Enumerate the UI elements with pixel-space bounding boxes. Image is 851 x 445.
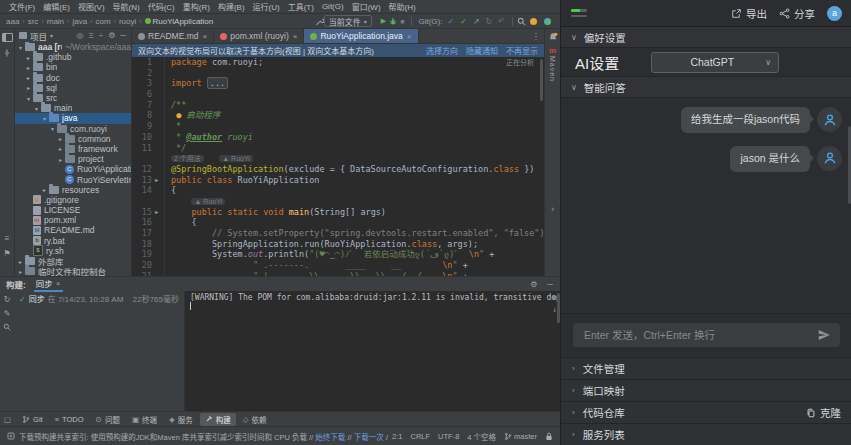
tool-window-tab-终端[interactable]: ▣终端 (127, 413, 162, 426)
tree-item[interactable]: ▸临时文件和控制台 (15, 266, 131, 276)
tree-item[interactable]: RuoYiServletInitializer (15, 174, 131, 184)
tree-item[interactable]: .gitignore (15, 195, 131, 205)
line-ending-widget[interactable]: CRLF (410, 432, 430, 441)
menu-item[interactable]: 窗口(W) (348, 1, 385, 12)
maven-tool-button[interactable]: m Maven (549, 46, 556, 82)
tree-item[interactable]: ▸resources (15, 185, 131, 195)
code-line[interactable]: 12@SpringBootApplication(exclude = { Dat… (132, 164, 544, 175)
run-gutter-icon[interactable]: ▶ (155, 207, 165, 218)
tree-chevron-icon[interactable]: ▸ (17, 258, 24, 265)
breadcrumb-leaf[interactable]: RuoYiApplication (145, 17, 214, 26)
clone-button[interactable]: 克隆 (806, 405, 841, 420)
tree-chevron-icon[interactable]: ▸ (41, 186, 48, 193)
expand-stripe-icon[interactable]: › (551, 204, 554, 214)
menu-item[interactable]: 构建(B) (214, 1, 249, 12)
code-line[interactable]: 20 " .-------. ____ __ \n" + (132, 260, 544, 271)
code-line[interactable]: 9 * (132, 121, 544, 132)
section-row[interactable]: ›代码仓库克隆 (561, 401, 851, 423)
tree-item[interactable]: ▾main (15, 103, 131, 113)
debug-button[interactable] (389, 17, 397, 26)
tree-item[interactable]: LICENSE (15, 205, 131, 215)
chat-input[interactable] (582, 328, 811, 342)
code-line[interactable]: 16 { (132, 217, 544, 228)
tree-chevron-icon[interactable]: ▾ (49, 125, 56, 132)
tree-chevron-icon[interactable]: ▾ (17, 44, 24, 51)
menu-item[interactable]: 运行(U) (249, 1, 284, 12)
code-line[interactable]: 18 SpringApplication.run(RuoYiApplicatio… (132, 239, 544, 250)
tree-item[interactable]: RuoYiApplication (15, 164, 131, 174)
menu-item[interactable]: 代码(C) (144, 1, 179, 12)
editor-scrollbar[interactable] (540, 59, 543, 101)
commit-stripe-icon[interactable] (3, 49, 11, 57)
code-line[interactable]: ▲ RuoYi (132, 196, 544, 207)
menu-item[interactable]: 导航(N) (109, 1, 144, 12)
breadcrumb-item[interactable]: main (47, 17, 64, 26)
tree-chevron-icon[interactable]: ▸ (25, 64, 32, 71)
sync-status-row[interactable]: ✓ 同步 在 7/14/23, 10:28 AM 22秒765毫秒 (19, 293, 179, 304)
tree-chevron-icon[interactable]: ▾ (41, 115, 48, 122)
tool-window-tab-依赖[interactable]: ◇依赖 (238, 413, 272, 426)
code-line[interactable]: 7/** (132, 100, 544, 111)
menu-item[interactable]: 视图(V) (74, 1, 109, 12)
editor-tab[interactable]: RuoYiApplication.java× (304, 29, 418, 43)
meter-stripe-icon[interactable]: ≡ (5, 234, 10, 243)
code-line[interactable]: 13▶public class RuoYiApplication (132, 175, 544, 186)
expand-all-icon[interactable]: ÷ (98, 31, 104, 40)
run-button[interactable]: ▶ (381, 17, 386, 25)
menu-item[interactable]: 工具(T) (284, 1, 318, 12)
tree-item[interactable]: ▾src (15, 93, 131, 103)
tree-item[interactable]: README.md (15, 225, 131, 235)
export-button[interactable]: 导出 (731, 6, 767, 21)
code-line[interactable]: 15▶ public static void main(String[] arg… (132, 207, 544, 218)
build-settings-icon[interactable]: ⚙ (529, 280, 538, 289)
tree-chevron-icon[interactable]: ▾ (25, 95, 32, 102)
section-row[interactable]: ›文件管理 (561, 357, 851, 379)
banner-action-dont-show[interactable]: 不再显示 (506, 45, 538, 56)
notifications-bell-icon[interactable] (548, 32, 558, 42)
code-line[interactable]: 1package com.ruoyi; (132, 57, 544, 68)
user-avatar[interactable]: a (827, 6, 842, 21)
run-config-select[interactable]: 当前文件 ▾ (324, 15, 372, 27)
indent-widget[interactable]: 4 个空格 (467, 431, 496, 442)
section-row[interactable]: ›服务列表 (561, 423, 851, 445)
run-gutter-icon[interactable]: ▶ (155, 175, 165, 186)
code-line[interactable]: 17 // System.setProperty("spring.devtool… (132, 228, 544, 239)
bookmark-stripe-icon[interactable]: ⚑ (3, 249, 10, 258)
menu-item[interactable]: 编辑(E) (39, 1, 74, 12)
git-rollback-button[interactable]: ↶ (498, 17, 505, 26)
encoding-widget[interactable]: UTF-8 (438, 432, 459, 441)
share-button[interactable]: 分享 (779, 6, 815, 21)
git-push-button[interactable]: ↗ (473, 17, 480, 26)
code-line[interactable]: 21 " | _ _ \\ \\ \\ / / \n" + (132, 271, 544, 276)
tool-window-tab-服务[interactable]: ◈服务 (164, 413, 198, 426)
code-line[interactable]: 6 (132, 89, 544, 100)
search-everywhere-icon[interactable] (517, 17, 526, 26)
code-line[interactable]: 8 ● 启动程序 (132, 110, 544, 121)
menu-item[interactable]: 重构(R) (179, 1, 214, 12)
tree-item[interactable]: ▾com.ruoyi (15, 124, 131, 134)
code-line[interactable]: 2 个用法 ▲ RuoYi (132, 153, 544, 164)
code-line[interactable]: 14{ (132, 185, 544, 196)
tool-window-tab-todo[interactable]: ≡TODO (50, 414, 89, 425)
code-line[interactable]: 19 System.out.println("(♥◠‿◠)ﾉﾞ 若依启动成功ლ(… (132, 249, 544, 260)
tree-chevron-icon[interactable]: ▾ (33, 105, 40, 112)
breadcrumb-item[interactable]: aaa (6, 17, 19, 26)
menu-item[interactable]: Git(G) (318, 2, 348, 11)
project-panel-title[interactable]: 项目 (30, 30, 47, 42)
menu-item[interactable]: 帮助(H) (385, 1, 420, 12)
tree-item[interactable]: ▸common (15, 134, 131, 144)
banner-action-hide-notification[interactable]: 隐藏通知 (466, 45, 498, 56)
chat-bubble[interactable]: 给我生成一段jason代码 (681, 107, 810, 133)
status-link[interactable]: 下载一次 (354, 433, 386, 442)
find-icon[interactable] (3, 323, 11, 331)
tool-window-tab-git[interactable]: Git (17, 414, 48, 425)
notifications-badge-icon[interactable] (530, 18, 537, 25)
collapse-all-icon[interactable]: Ξ (88, 31, 95, 40)
git-commit-button[interactable]: ✓ (460, 17, 467, 26)
editor-tab[interactable]: README.md× (132, 29, 214, 43)
tree-chevron-icon[interactable]: ▸ (57, 156, 64, 163)
breadcrumb-item[interactable]: com (95, 17, 110, 26)
tree-item[interactable]: ry.sh (15, 246, 131, 256)
tab-list-more-icon[interactable]: ⋮ (528, 31, 545, 41)
git-update-button[interactable]: ✓ (447, 17, 454, 26)
